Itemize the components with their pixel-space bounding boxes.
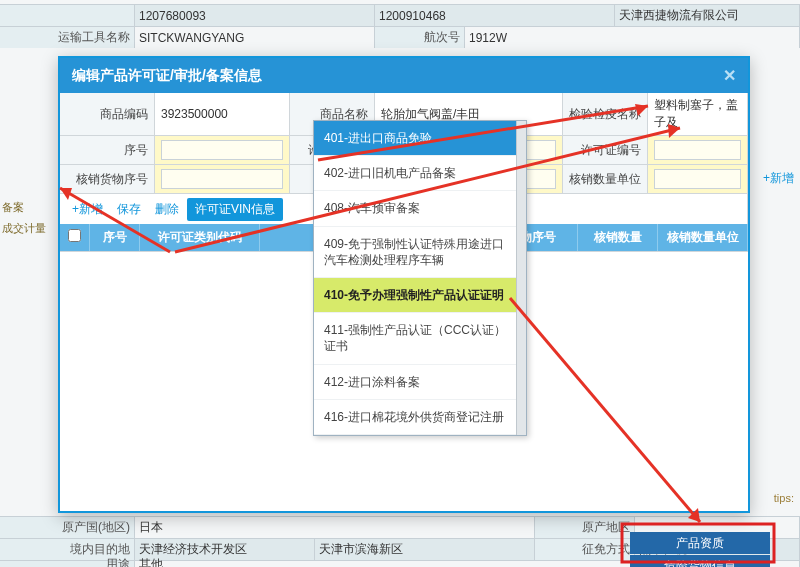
product-qualification-button[interactable]: 产品资质 xyxy=(630,532,770,554)
bg-label: 运输工具名称 xyxy=(0,27,135,48)
bg-val: 日本 xyxy=(135,517,535,538)
bg-label: 航次号 xyxy=(375,27,465,48)
verify-unit-input[interactable] xyxy=(654,169,741,189)
seq-input[interactable] xyxy=(161,140,283,160)
seq-label: 序号 xyxy=(60,136,155,165)
add-button[interactable]: +新增 xyxy=(66,199,109,220)
verify-seq-field[interactable] xyxy=(155,165,290,194)
verify-seq-input[interactable] xyxy=(161,169,283,189)
left-edge-label: 备案 xyxy=(2,200,56,215)
bg-row: 运输工具名称 SITCKWANGYANG 航次号 1912W xyxy=(0,26,800,48)
verify-unit-field[interactable] xyxy=(648,165,748,194)
verify-seq-label: 核销货物序号 xyxy=(60,165,155,194)
lic-no-label: 许可证编号 xyxy=(563,136,648,165)
dropdown-item[interactable]: 401-进出口商品免验 xyxy=(314,121,526,156)
close-icon[interactable]: ✕ xyxy=(723,66,736,85)
bg-label: 原产地区 xyxy=(535,517,635,538)
bg-label xyxy=(0,5,135,26)
verify-unit-label: 核销数量单位 xyxy=(563,165,648,194)
select-all-checkbox[interactable] xyxy=(68,229,81,242)
bg-val: 天津西捷物流有限公司 xyxy=(615,5,800,26)
dropdown-item[interactable]: 410-免予办理强制性产品认证证明 xyxy=(314,278,526,313)
bg-val: 天津市滨海新区 xyxy=(315,539,535,560)
col-type-code: 许可证类别代码 xyxy=(140,224,260,251)
lic-type-dropdown[interactable]: 401-进出口商品免验 402-进口旧机电产品备案 408-汽车预审备案 409… xyxy=(313,120,527,436)
left-edge-label: 成交计量 xyxy=(2,221,56,236)
col-unit: 核销数量单位 xyxy=(658,224,748,251)
lic-no-field[interactable] xyxy=(648,136,748,165)
col-qty: 核销数量 xyxy=(578,224,658,251)
header-checkbox[interactable] xyxy=(60,224,90,251)
hs-code-value: 3923500000 xyxy=(155,93,290,136)
dropdown-item[interactable]: 408-汽车预审备案 xyxy=(314,191,526,226)
bg-add-new[interactable]: +新增 xyxy=(763,170,794,187)
save-button[interactable]: 保存 xyxy=(111,199,147,220)
quarantine-label: 检验检疫名称 xyxy=(563,93,648,136)
bg-val: 1207680093 xyxy=(135,5,375,26)
delete-button[interactable]: 删除 xyxy=(149,199,185,220)
left-edge-labels: 备案 成交计量 xyxy=(2,200,56,236)
col-seq: 序号 xyxy=(90,224,140,251)
dropdown-item[interactable]: 402-进口旧机电产品备案 xyxy=(314,156,526,191)
bg-val: 1200910468 xyxy=(375,5,615,26)
dropdown-item[interactable]: 412-进口涂料备案 xyxy=(314,365,526,400)
lic-no-input[interactable] xyxy=(654,140,741,160)
dangerous-goods-button[interactable]: 危险货物信息 xyxy=(630,555,770,567)
bg-label: 用途 xyxy=(0,561,135,567)
bg-row: 1207680093 1200910468 天津西捷物流有限公司 xyxy=(0,4,800,26)
bg-label: 原产国(地区) xyxy=(0,517,135,538)
quarantine-value: 塑料制塞子，盖子及 xyxy=(648,93,748,136)
dropdown-item[interactable]: 411-强制性产品认证（CCC认证）证书 xyxy=(314,313,526,364)
vin-info-button[interactable]: 许可证VIN信息 xyxy=(187,198,283,221)
bg-label: 征免方式 xyxy=(535,539,635,560)
dropdown-scrollbar[interactable] xyxy=(518,151,525,231)
tips-label: tips: xyxy=(774,492,794,504)
seq-field[interactable] xyxy=(155,136,290,165)
modal-title-text: 编辑产品许可证/审批/备案信息 xyxy=(72,67,262,85)
bg-val: 1912W xyxy=(465,27,800,48)
dropdown-item[interactable]: 416-进口棉花境外供货商登记注册 xyxy=(314,400,526,435)
hs-code-label: 商品编码 xyxy=(60,93,155,136)
modal-titlebar: 编辑产品许可证/审批/备案信息 ✕ xyxy=(60,58,748,93)
dropdown-item[interactable]: 409-免于强制性认证特殊用途进口汽车检测处理程序车辆 xyxy=(314,227,526,278)
bg-val: SITCKWANGYANG xyxy=(135,27,375,48)
